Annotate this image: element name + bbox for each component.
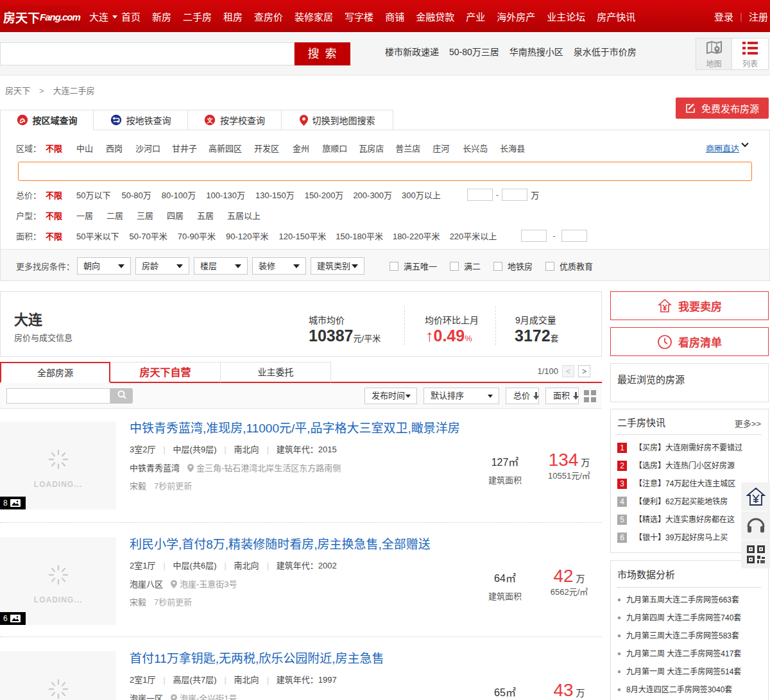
svg-text:文: 文 [206,117,213,124]
